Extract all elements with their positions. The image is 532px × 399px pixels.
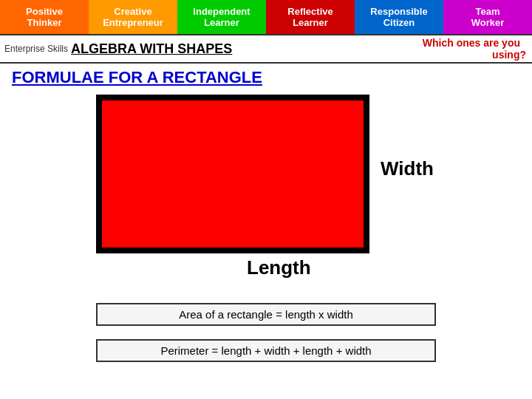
nav-bar: PositiveThinker CreativeEntrepreneur Ind…: [0, 0, 532, 34]
area-formula-text: Area of a rectangle = length x width: [179, 308, 353, 321]
nav-label-creative: CreativeEntrepreneur: [103, 6, 163, 28]
inner-rectangle: [102, 100, 364, 248]
area-formula-box: Area of a rectangle = length x width: [96, 303, 436, 326]
nav-label-positive: PositiveThinker: [26, 6, 63, 28]
width-label: Width: [381, 157, 434, 180]
nav-label-independent: IndependentLearner: [193, 6, 250, 28]
nav-item-creative[interactable]: CreativeEntrepreneur: [89, 0, 177, 34]
perimeter-formula-box: Perimeter = length + width + length + wi…: [96, 339, 436, 362]
perimeter-formula-text: Perimeter = length + width + length + wi…: [160, 344, 371, 357]
nav-item-positive[interactable]: PositiveThinker: [0, 0, 89, 34]
outer-rectangle: [96, 95, 369, 253]
second-row: Enterprise Skills ALGEBRA WITH SHAPES Wh…: [0, 34, 532, 64]
nav-label-reflective: ReflectiveLearner: [287, 6, 332, 28]
using-text: using?: [492, 49, 526, 61]
nav-item-independent[interactable]: IndependentLearner: [177, 0, 266, 34]
formulae-heading-row: FORMULAE FOR A RECTANGLE: [0, 64, 532, 92]
diagram-area: Width Length: [0, 95, 532, 287]
nav-label-responsible: ResponsibleCitizen: [370, 6, 427, 28]
formula-section: Area of a rectangle = length x width Per…: [0, 299, 532, 366]
which-ones-text: Which ones are you: [423, 37, 526, 49]
length-label: Length: [247, 256, 311, 279]
nav-item-team[interactable]: TeamWorker: [443, 0, 532, 34]
nav-item-reflective[interactable]: ReflectiveLearner: [266, 0, 355, 34]
nav-item-responsible[interactable]: ResponsibleCitizen: [355, 0, 443, 34]
nav-label-team: TeamWorker: [471, 6, 505, 28]
diagram-wrapper: Width Length: [81, 95, 451, 287]
enterprise-label: Enterprise Skills: [0, 44, 71, 54]
algebra-title: ALGEBRA WITH SHAPES: [71, 41, 423, 57]
formulae-heading: FORMULAE FOR A RECTANGLE: [6, 65, 268, 89]
